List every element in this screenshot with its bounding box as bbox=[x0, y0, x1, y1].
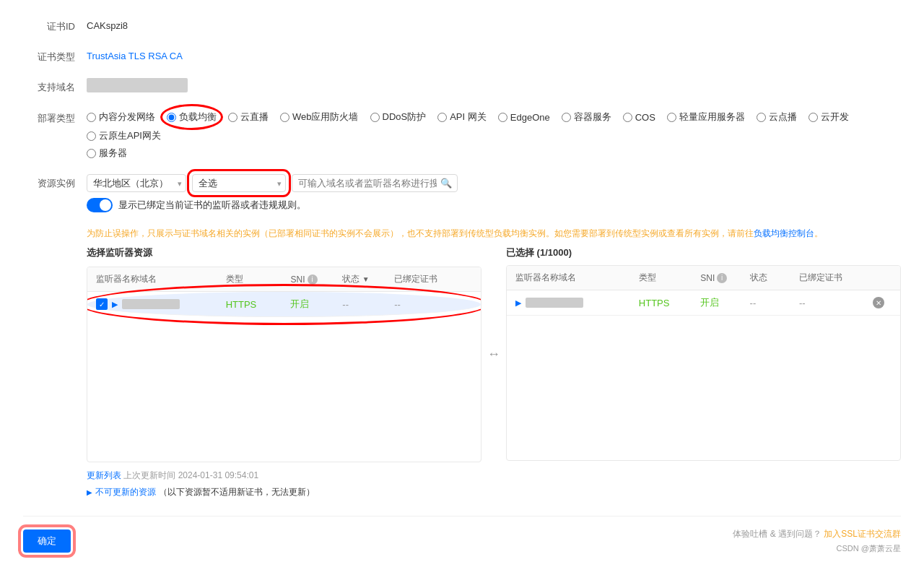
radio-server[interactable]: 服务器 bbox=[87, 147, 901, 160]
radio-edgeone-input[interactable] bbox=[498, 113, 507, 122]
radio-waf-label: Web应用防火墙 bbox=[292, 111, 359, 124]
radio-cdn-input[interactable] bbox=[87, 113, 96, 122]
left-row-sni-cell: 开启 bbox=[290, 298, 342, 311]
non-updatable-label[interactable]: 不可更新的资源 bbox=[95, 486, 156, 498]
radio-apigateway-label: API 网关 bbox=[450, 111, 487, 124]
radio-lighthouse-input[interactable] bbox=[667, 113, 676, 122]
page-container: 证书ID CAKspzi8 证书类型 TrustAsia TLS RSA CA … bbox=[0, 0, 924, 562]
radio-clb-input[interactable] bbox=[167, 113, 176, 122]
radio-tcb-input[interactable] bbox=[808, 113, 818, 122]
feedback-area: 体验吐槽 & 遇到问题？ 加入SSL证书交流群 CSDN @萧萧云星 bbox=[733, 528, 901, 554]
filter-select-wrapper[interactable]: 全选 已绑定 未绑定 bbox=[192, 174, 286, 192]
cert-id-row: 证书ID CAKspzi8 bbox=[23, 17, 901, 33]
right-row-cert-cell: -- bbox=[799, 298, 873, 308]
last-update-text: 上次更新时间 2024-01-31 09:54:01 bbox=[123, 470, 258, 480]
feedback-text: 体验吐槽 & 遇到问题？ 加入SSL证书交流群 bbox=[733, 528, 901, 540]
radio-apigateway[interactable]: API 网关 bbox=[437, 111, 487, 124]
right-table: 监听器名称域名 类型 SNI i 状态 已绑定证书 ▶ bbox=[506, 265, 901, 461]
radio-apigateway2-input[interactable] bbox=[87, 131, 96, 141]
non-updatable-desc: （以下资源暂不适用新证书，无法更新） bbox=[159, 486, 315, 498]
radio-live-input[interactable] bbox=[228, 113, 237, 122]
left-table-title: 选择监听器资源 bbox=[87, 246, 481, 259]
right-row-name-block bbox=[526, 298, 583, 308]
toggle-switch[interactable] bbox=[87, 198, 113, 212]
radio-cos-input[interactable] bbox=[623, 113, 632, 122]
radio-apigateway2[interactable]: 云原生API网关 bbox=[87, 129, 161, 142]
left-row-cert-cell: -- bbox=[394, 299, 472, 310]
search-input[interactable] bbox=[292, 174, 458, 192]
toggle-wrap: 显示已绑定当前证书的监听器或者违规规则。 bbox=[87, 198, 901, 212]
radio-apigateway-input[interactable] bbox=[437, 113, 447, 122]
last-update-value: 上次更新时间 2024-01-31 09:54:01 bbox=[123, 470, 258, 480]
radio-live[interactable]: 云直播 bbox=[228, 111, 269, 124]
search-icon[interactable]: 🔍 bbox=[440, 178, 452, 189]
radio-vod[interactable]: 云点播 bbox=[757, 111, 797, 124]
bottom-bar: 确定 体验吐槽 & 遇到问题？ 加入SSL证书交流群 CSDN @萧萧云星 bbox=[23, 516, 901, 554]
radio-tke-input[interactable] bbox=[562, 113, 571, 122]
cert-type-row: 证书类型 TrustAsia TLS RSA CA bbox=[23, 48, 901, 64]
radio-cos[interactable]: COS bbox=[623, 112, 655, 123]
right-table-row: ▶ HTTPS 开启 -- -- ✕ bbox=[507, 290, 900, 316]
right-col-cert-header: 已绑定证书 bbox=[799, 272, 873, 284]
sni-info-icon[interactable]: i bbox=[308, 274, 318, 285]
right-row-type-cell: HTTPS bbox=[639, 298, 700, 308]
radio-tke[interactable]: 容器服务 bbox=[562, 111, 611, 124]
region-select[interactable]: 华北地区（北京） 华南地区（广州） 华东地区（上海） bbox=[87, 174, 186, 192]
radio-live-label: 云直播 bbox=[240, 111, 269, 124]
right-row-name-cell: ▶ bbox=[515, 298, 639, 308]
toggle-label: 显示已绑定当前证书的监听器或者违规规则。 bbox=[118, 199, 306, 212]
tables-area: 选择监听器资源 监听器名称域名 类型 SNI i 状态 ▼ 已绑定证书 bbox=[23, 246, 901, 498]
left-col-name-header: 监听器名称域名 bbox=[96, 273, 226, 285]
radio-tke-label: 容器服务 bbox=[574, 111, 611, 124]
support-domain-label: 支持域名 bbox=[23, 78, 75, 94]
radio-edgeone[interactable]: EdgeOne bbox=[498, 112, 550, 123]
right-col-sni-label: SNI bbox=[700, 273, 715, 283]
radio-clb[interactable]: 负载均衡 bbox=[167, 111, 217, 124]
left-table: 监听器名称域名 类型 SNI i 状态 ▼ 已绑定证书 bbox=[87, 267, 481, 462]
status-filter-icon[interactable]: ▼ bbox=[362, 275, 370, 283]
non-updatable-row: ▶ 不可更新的资源 （以下资源暂不适用新证书，无法更新） bbox=[87, 486, 901, 498]
left-row-status-cell: -- bbox=[342, 299, 394, 310]
left-col-status-header: 状态 ▼ bbox=[342, 273, 394, 285]
remove-row-button[interactable]: ✕ bbox=[873, 297, 884, 308]
radio-vod-input[interactable] bbox=[757, 113, 766, 122]
row-checkbox[interactable]: ✓ bbox=[96, 298, 108, 310]
confirm-button[interactable]: 确定 bbox=[23, 529, 71, 553]
footer-info: 更新列表 上次更新时间 2024-01-31 09:54:01 bbox=[87, 470, 901, 482]
radio-cos-label: COS bbox=[635, 112, 655, 123]
info-text: 为防止误操作，只展示与证书域名相关的实例（已部署相同证书的实例不会展示），也不支… bbox=[87, 227, 901, 241]
right-row-sni-cell: 开启 bbox=[700, 296, 749, 309]
radio-server-input[interactable] bbox=[87, 149, 96, 158]
right-sni-info-icon[interactable]: i bbox=[717, 273, 727, 283]
radio-lighthouse-label: 轻量应用服务器 bbox=[679, 111, 745, 124]
filter-select[interactable]: 全选 已绑定 未绑定 bbox=[192, 174, 286, 192]
left-table-header: 监听器名称域名 类型 SNI i 状态 ▼ 已绑定证书 bbox=[87, 267, 481, 292]
radio-ddos-input[interactable] bbox=[370, 113, 380, 122]
right-table-title-text: 已选择 (1/1000) bbox=[506, 247, 572, 258]
clb-console-link[interactable]: 负载均衡控制台 bbox=[754, 228, 814, 238]
right-table-header: 监听器名称域名 类型 SNI i 状态 已绑定证书 bbox=[507, 266, 900, 290]
refresh-link[interactable]: 更新列表 bbox=[87, 470, 121, 480]
left-table-row: ✓ ▶ HTTPS 开启 -- -- bbox=[87, 292, 481, 317]
radio-waf[interactable]: Web应用防火墙 bbox=[280, 111, 359, 124]
left-col-sni-label: SNI bbox=[290, 274, 305, 285]
search-wrap: 🔍 bbox=[292, 174, 458, 192]
expand-arrow[interactable]: ▶ bbox=[112, 300, 118, 309]
radio-tcb[interactable]: 云开发 bbox=[808, 111, 849, 124]
support-domain-row: 支持域名 bbox=[23, 78, 901, 95]
region-select-wrapper[interactable]: 华北地区（北京） 华南地区（广州） 华东地区（上海） bbox=[87, 174, 186, 192]
left-table-empty bbox=[87, 317, 481, 462]
right-expand-arrow[interactable]: ▶ bbox=[515, 298, 521, 308]
feedback-link[interactable]: 加入SSL证书交流群 bbox=[824, 529, 901, 539]
radio-edgeone-label: EdgeOne bbox=[510, 112, 550, 123]
radio-ddos-label: DDoS防护 bbox=[383, 111, 427, 124]
radio-ddos[interactable]: DDoS防护 bbox=[370, 111, 427, 124]
left-row-name-cell: ✓ ▶ bbox=[96, 298, 226, 310]
right-table-empty bbox=[507, 316, 900, 460]
transfer-arrow: ↔ bbox=[484, 347, 503, 362]
radio-cdn[interactable]: 内容分发网络 bbox=[87, 111, 155, 124]
radio-lighthouse[interactable]: 轻量应用服务器 bbox=[667, 111, 745, 124]
cert-type-value: TrustAsia TLS RSA CA bbox=[87, 48, 901, 61]
tables-row: 选择监听器资源 监听器名称域名 类型 SNI i 状态 ▼ 已绑定证书 bbox=[87, 246, 901, 462]
radio-waf-input[interactable] bbox=[280, 113, 289, 122]
